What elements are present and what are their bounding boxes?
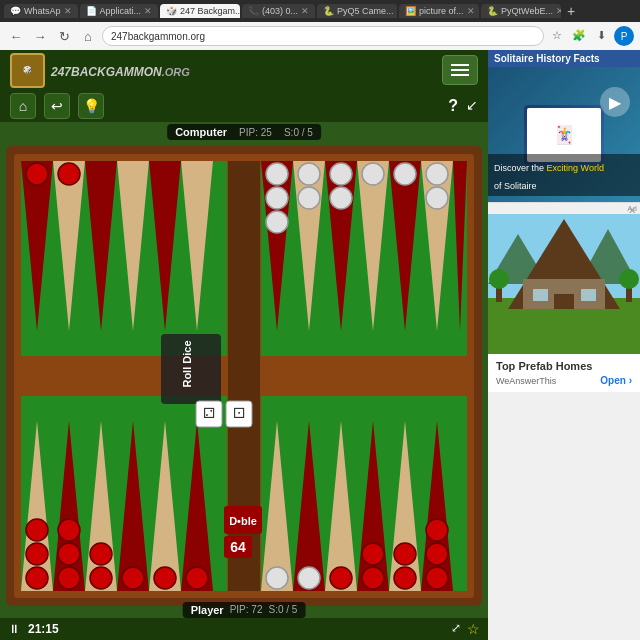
red-checker[interactable] [426,519,448,541]
red-checker[interactable] [394,543,416,565]
tab-whatsapp[interactable]: 💬 WhatsAp ✕ [4,4,78,18]
pause-button[interactable]: ⏸ [8,622,20,636]
controls-bar: ⌂ ↩ 💡 ? ↙ [0,90,488,122]
red-checker[interactable] [26,543,48,565]
die-2-value: ⚀ [233,405,245,421]
refresh-button[interactable]: ↻ [54,26,74,46]
tab-close[interactable]: ✕ [301,6,309,16]
help-icon[interactable]: ? [448,97,458,115]
red-checker[interactable] [26,567,48,589]
tab-favicon: 🖼️ [405,6,416,16]
solitaire-play-button[interactable]: ▶ [600,87,630,117]
prefab-ad-bottom: WeAnswerThis Open › [496,375,632,386]
white-checker[interactable] [266,567,288,589]
red-checker[interactable] [122,567,144,589]
browser-chrome: 💬 WhatsAp ✕ 📄 Applicati... ✕ 🎲 247 Backg… [0,0,640,50]
new-tab-button[interactable]: + [567,3,575,19]
white-checker[interactable] [266,211,288,233]
red-checker[interactable] [394,567,416,589]
white-checker[interactable] [362,163,384,185]
home-button[interactable]: ⌂ [78,26,98,46]
home-ctrl-button[interactable]: ⌂ [10,93,36,119]
white-checker[interactable] [330,187,352,209]
solitaire-ad-banner[interactable]: 🃏 Discover the Exciting World of Solitai… [488,67,640,202]
white-checker[interactable] [298,187,320,209]
logo-image: 🎲 [10,53,45,88]
red-checker[interactable] [362,567,384,589]
tab-close[interactable]: ✕ [64,6,72,16]
profile-icon[interactable]: P [614,26,634,46]
prefab-ad-label: Ad [488,203,640,214]
tab-close[interactable]: ✕ [556,6,561,16]
red-checker[interactable] [58,543,80,565]
white-checker[interactable] [330,163,352,185]
roll-dice-label[interactable]: Roll Dice [181,340,193,387]
tab-pyqtweb[interactable]: 🐍 PyQtWebE... ✕ [481,4,561,18]
solitaire-ad-header: Solitaire History Facts [488,50,640,67]
red-checker[interactable] [58,163,80,185]
tab-application[interactable]: 📄 Applicati... ✕ [80,4,159,18]
logo-area: 🎲 247BACKGAMMON.ORG [10,53,190,88]
red-checker[interactable] [186,567,208,589]
nav-bar: ← → ↻ ⌂ 247backgammon.org ☆ 🧩 ⬇ P [0,22,640,50]
computer-score: S:0 / 5 [284,127,313,138]
tab-picture[interactable]: 🖼️ picture of... ✕ [399,4,479,18]
tab-label: Applicati... [100,6,142,16]
red-checker[interactable] [90,543,112,565]
forward-button[interactable]: → [30,26,50,46]
prefab-ad-title: Top Prefab Homes [496,360,632,372]
computer-player-info: Computer PIP: 25 S:0 / 5 [167,124,321,140]
red-checker[interactable] [426,543,448,565]
browser-nav-icons: ☆ 🧩 ⬇ P [548,26,634,46]
solitaire-ad-text2: of Solitaire [494,181,537,191]
tab-favicon: 💬 [10,6,21,16]
white-checker[interactable] [426,163,448,185]
tab-close[interactable]: ✕ [144,6,152,16]
red-checker[interactable] [26,163,48,185]
white-checker[interactable] [298,567,320,589]
tab-label: PyQ5 Came... [337,6,394,16]
white-checker[interactable] [394,163,416,185]
tab-backgammon[interactable]: 🎲 247 Backgam... ✕ [160,4,240,18]
timer-display: 21:15 [28,622,59,636]
white-checker[interactable] [266,163,288,185]
tab-favicon: 📄 [86,6,97,16]
computer-label: Computer [175,126,227,138]
red-checker[interactable] [58,519,80,541]
tab-label: WhatsAp [24,6,61,16]
prefab-ad-info: Top Prefab Homes WeAnswerThis Open › [488,354,640,392]
white-checker[interactable] [426,187,448,209]
prefab-ad-open[interactable]: Open › [600,375,632,386]
tab-pyq5[interactable]: 🐍 PyQ5 Came... ✕ [317,4,397,18]
red-checker[interactable] [362,543,384,565]
tab-close[interactable]: ✕ [467,6,475,16]
menu-button[interactable] [442,55,478,85]
white-checker[interactable] [266,187,288,209]
red-checker[interactable] [330,567,352,589]
red-checker[interactable] [26,519,48,541]
star-button[interactable]: ☆ [467,621,480,637]
extensions-icon[interactable]: 🧩 [570,26,588,44]
white-checker[interactable] [298,163,320,185]
die-1-value: ⚁ [203,405,215,421]
player-label: Player [191,604,224,616]
red-checker[interactable] [90,567,112,589]
red-checker[interactable] [154,567,176,589]
tab-403[interactable]: 📞 (403) 0... ✕ [242,4,315,18]
computer-pip: PIP: 25 [239,127,272,138]
tab-label: PyQtWebE... [501,6,553,16]
back-button[interactable]: ← [6,26,26,46]
address-bar[interactable]: 247backgammon.org [102,26,544,46]
red-checker[interactable] [426,567,448,589]
hint-ctrl-button[interactable]: 💡 [78,93,104,119]
red-checker[interactable] [58,567,80,589]
undo-ctrl-button[interactable]: ↩ [44,93,70,119]
move-icon[interactable]: ⤢ [451,621,461,637]
svg-point-11 [619,269,639,289]
download-icon[interactable]: ⬇ [592,26,610,44]
board-container: Computer PIP: 25 S:0 / 5 [0,122,488,640]
tab-label: picture of... [419,6,464,16]
flip-icon[interactable]: ↙ [466,97,478,115]
tab-favicon: 🐍 [323,6,334,16]
bookmark-icon[interactable]: ☆ [548,26,566,44]
